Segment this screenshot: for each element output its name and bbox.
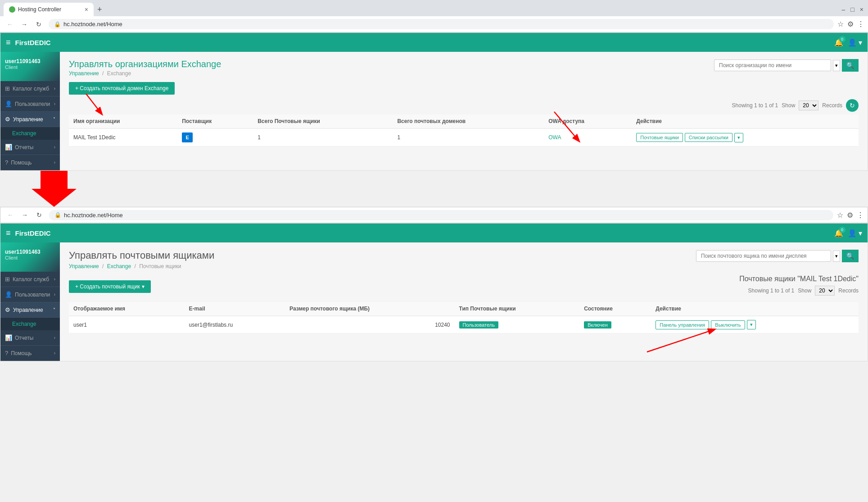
breadcrumb-management-2[interactable]: Управление xyxy=(69,263,99,269)
sidebar-sub-exchange-2[interactable]: Exchange xyxy=(0,318,60,330)
breadcrumb-2: Управление / Exchange / Почтовые ящики xyxy=(69,263,214,269)
users-label: Пользователи xyxy=(15,101,50,107)
sidebar-item-management[interactable]: ⚙ Управление ˅ xyxy=(0,112,60,127)
tab-bar: Hosting Controller × + – □ × xyxy=(0,0,868,16)
control-panel-button[interactable]: Панель управления xyxy=(656,320,709,329)
back-button-2[interactable]: ← xyxy=(4,209,17,221)
reload-button[interactable]: ↻ xyxy=(32,18,45,31)
show-select-1[interactable]: 20 50 xyxy=(799,100,818,110)
col-domains: Всего почтовых доменов xyxy=(393,114,544,128)
sidebar-item-help[interactable]: ? Помощь › xyxy=(0,155,60,170)
sidebar-role-2: Client xyxy=(5,255,55,260)
col-display-name: Отображаемое имя xyxy=(69,302,185,316)
create-domain-button[interactable]: + Создать почтовый домен Exchange xyxy=(69,82,175,95)
breadcrumb-management[interactable]: Управление xyxy=(69,70,99,77)
users-icon-2: 👤 xyxy=(5,291,12,298)
notification-bell-2[interactable]: 🔔 0 xyxy=(834,229,843,237)
extensions-icon-2[interactable]: ⚙ xyxy=(847,211,853,219)
reload-button-2[interactable]: ↻ xyxy=(33,209,45,221)
sidebar-item-catalog-2[interactable]: ⊞ Каталог служб › xyxy=(0,272,60,287)
owa-link[interactable]: OWA xyxy=(548,134,561,141)
search-dropdown-1[interactable]: ▾ xyxy=(833,60,840,71)
menu-icon-2[interactable]: ⋮ xyxy=(857,211,864,219)
url-bar[interactable]: 🔒 hc.hoztnode.net/Home xyxy=(49,19,834,29)
divider-area xyxy=(0,171,868,207)
disable-button[interactable]: Выключить xyxy=(711,320,745,329)
owa-cell: OWA xyxy=(544,128,632,146)
sidebar-item-management-2[interactable]: ⚙ Управление ˅ xyxy=(0,302,60,318)
display-name-cell: user1 xyxy=(69,316,185,333)
new-tab-button[interactable]: + xyxy=(97,5,102,14)
showing-text-2: Showing 1 to 1 of 1 xyxy=(748,288,795,294)
provider-cell: E xyxy=(177,128,253,146)
header-right: 🔔 0 👤 ▾ xyxy=(834,38,862,47)
table-header-2: Отображаемое имя E-mail Размер почтового… xyxy=(69,302,859,316)
sidebar-username-1: user11091463 xyxy=(5,58,55,64)
mailboxes-button[interactable]: Почтовые ящики xyxy=(636,133,683,142)
search-button-1[interactable]: 🔍 xyxy=(842,59,859,72)
sidebar-sub-exchange[interactable]: Exchange xyxy=(0,127,60,140)
help-icon-2: ? xyxy=(5,350,8,356)
extensions-icon[interactable]: ⚙ xyxy=(847,20,854,28)
records-info-2: Showing 1 to 1 of 1 Show 20 50 Records xyxy=(739,286,859,296)
breadcrumb-exchange-2[interactable]: Exchange xyxy=(107,263,131,269)
back-button[interactable]: ← xyxy=(4,18,16,31)
search-dropdown-2[interactable]: ▾ xyxy=(833,251,840,262)
search-input-2[interactable] xyxy=(696,250,831,262)
mailboxes-cell: 1 xyxy=(253,128,393,146)
sidebar-2: user11091463 Client ⊞ Каталог служб › 👤 … xyxy=(0,242,60,361)
catalog-label-2: Каталог служб xyxy=(13,276,49,283)
catalog-icon: ⊞ xyxy=(5,85,10,92)
active-tab[interactable]: Hosting Controller × xyxy=(4,3,94,16)
type-badge: Пользователь xyxy=(459,321,498,329)
show-select-2[interactable]: 20 50 xyxy=(815,286,835,296)
action-dropdown-button[interactable]: ▾ xyxy=(734,133,743,142)
sidebar-item-users[interactable]: 👤 Пользователи › xyxy=(0,96,60,112)
url-bar-2[interactable]: 🔒 hc.hoztnode.net/Home xyxy=(49,210,833,220)
create-mailbox-button[interactable]: + Создать почтовый ящик ▾ xyxy=(69,280,151,293)
down-arrow-annotation xyxy=(27,171,81,207)
maximize-button[interactable]: □ xyxy=(850,6,854,13)
search-input-1[interactable] xyxy=(714,59,831,71)
sidebar-username-2: user11091463 xyxy=(5,249,55,255)
table-body-1: MAIL Test 1Dedic E 1 1 OWA Почтовые ящик… xyxy=(69,128,859,146)
sidebar-item-help-2[interactable]: ? Помощь › xyxy=(0,346,60,361)
breadcrumb-exchange: Exchange xyxy=(107,70,131,77)
users-icon: 👤 xyxy=(5,100,12,107)
sidebar-role-1: Client xyxy=(5,64,55,70)
hamburger-menu[interactable]: ≡ xyxy=(6,38,11,47)
forward-button-2[interactable]: → xyxy=(18,209,31,221)
minimize-button[interactable]: – xyxy=(842,6,845,13)
sidebar-item-users-2[interactable]: 👤 Пользователи › xyxy=(0,287,60,302)
create-mailbox-dropdown-arrow[interactable]: ▾ xyxy=(142,283,145,290)
create-mailbox-label: + Создать почтовый ящик xyxy=(75,283,140,290)
forward-button[interactable]: → xyxy=(18,18,31,31)
refresh-button-1[interactable]: ↻ xyxy=(846,99,859,112)
user-menu-2[interactable]: 👤 ▾ xyxy=(848,229,862,237)
status-badge: Включен xyxy=(584,321,611,329)
app-section-1: ≡ FirstDEDIC 🔔 0 👤 ▾ user11091463 Client xyxy=(0,32,868,171)
bookmark-icon-2[interactable]: ☆ xyxy=(837,211,843,219)
organizations-table: Имя организации Поставщик Всего Почтовые… xyxy=(69,114,859,146)
tab-close-button[interactable]: × xyxy=(85,6,88,13)
notification-bell[interactable]: 🔔 0 xyxy=(834,38,843,47)
tab-favicon xyxy=(9,6,15,13)
svg-marker-1 xyxy=(32,171,77,207)
page-title-1: Управлять организациями Exchange xyxy=(69,59,221,69)
action-dropdown-button-2[interactable]: ▾ xyxy=(747,320,756,329)
menu-icon[interactable]: ⋮ xyxy=(857,20,864,28)
sidebar-item-catalog[interactable]: ⊞ Каталог служб › xyxy=(0,81,60,96)
sidebar-item-reports[interactable]: 📊 Отчеты › xyxy=(0,140,60,155)
app-title-2: FirstDEDIC xyxy=(15,229,51,237)
user-menu[interactable]: 👤 ▾ xyxy=(848,38,862,47)
bookmark-icon[interactable]: ☆ xyxy=(837,20,844,28)
search-button-2[interactable]: 🔍 xyxy=(842,250,859,262)
hamburger-menu-2[interactable]: ≡ xyxy=(6,228,11,238)
sidebar-item-reports-2[interactable]: 📊 Отчеты › xyxy=(0,330,60,346)
reports-label: Отчеты xyxy=(15,144,33,151)
close-window-button[interactable]: × xyxy=(860,6,863,13)
status-cell: Включен xyxy=(579,316,651,333)
mailing-lists-button[interactable]: Списки рассылки xyxy=(685,133,732,142)
management-chevron: ˅ xyxy=(53,117,55,122)
header-left-2: ≡ FirstDEDIC xyxy=(6,228,51,238)
